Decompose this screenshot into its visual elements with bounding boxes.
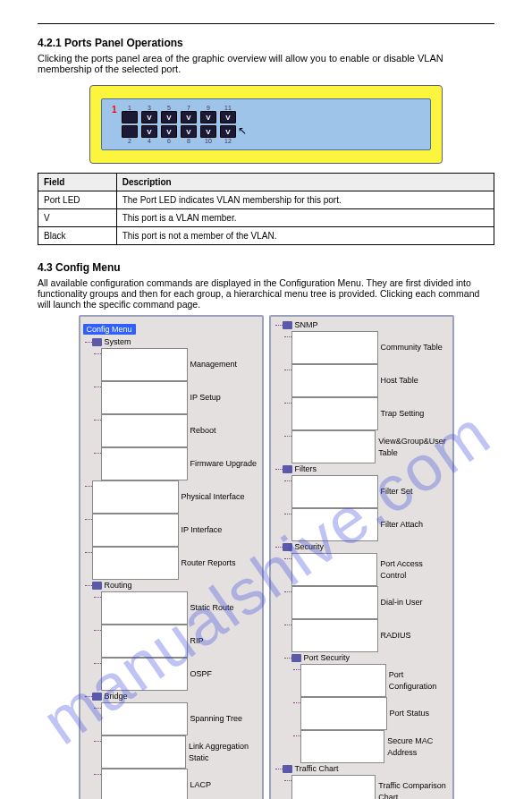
tree-item[interactable]: Traffic Chart <box>283 763 450 775</box>
folder-icon <box>283 465 292 473</box>
config-tree-columns: Config Menu SystemManagementIP SetupRebo… <box>79 315 454 799</box>
tree-item[interactable]: Filter Set <box>291 475 450 508</box>
port[interactable]: V <box>220 125 236 138</box>
tree-item-label: OSPF <box>190 668 213 680</box>
port-led-table: Field Description Port LEDThe Port LED i… <box>38 173 494 245</box>
tree-item[interactable]: Reboot <box>101 414 259 447</box>
tree-item[interactable]: Router Reports <box>92 547 259 580</box>
page-icon <box>300 664 386 697</box>
page-icon <box>101 447 188 480</box>
page-icon <box>291 475 378 508</box>
tree-item-label: Link Aggregation Static <box>189 741 259 764</box>
tree-item[interactable]: Port Configuration <box>300 664 450 697</box>
tree-item[interactable]: Bridge <box>92 691 259 702</box>
page-icon <box>101 658 188 691</box>
tree-item[interactable]: SNMP <box>283 319 450 331</box>
port[interactable] <box>122 111 138 123</box>
tree-item-label: Reboot <box>190 425 216 437</box>
port[interactable]: V <box>181 111 197 123</box>
tree-panel-left: Config Menu SystemManagementIP SetupRebo… <box>79 315 264 799</box>
tree-item-label: Port Configuration <box>389 669 450 693</box>
tree-title: Config Menu <box>83 324 136 335</box>
tree-item[interactable]: System <box>92 336 259 348</box>
page-icon <box>291 397 378 430</box>
tree-item[interactable]: Community Table <box>291 331 450 364</box>
tree-item-label: Community Table <box>381 342 443 353</box>
port[interactable]: V <box>200 125 216 138</box>
port[interactable]: V <box>200 111 216 123</box>
tree-item[interactable]: Security <box>283 541 450 553</box>
tree-item[interactable]: Secure MAC Address <box>300 730 450 763</box>
tree-item[interactable]: Management <box>101 348 259 381</box>
page-icon <box>291 553 378 586</box>
port[interactable]: V <box>220 111 236 123</box>
tree-panel-right: SNMPCommunity TableHost TableTrap Settin… <box>269 315 454 799</box>
port[interactable] <box>122 125 138 138</box>
tree-item-label: Security <box>295 541 325 553</box>
tree-item[interactable]: RIP <box>101 625 259 658</box>
tree-item[interactable]: IP Setup <box>101 381 259 414</box>
tree-item-label: Physical Interface <box>182 491 245 503</box>
tree-item[interactable]: Filters <box>283 463 450 475</box>
page-icon <box>291 508 378 541</box>
tree-item[interactable]: Physical Interface <box>92 480 259 514</box>
config-menu-heading: 4.3 Config Menu <box>38 261 494 274</box>
folder-icon <box>92 338 102 346</box>
tree-item[interactable]: Port Security <box>291 652 450 664</box>
device-figure-wrap: 1 1357911VVVVVVVVVV24681012 ↖ <box>89 85 443 164</box>
page-icon <box>92 480 179 514</box>
tree-item-label: Port Access Control <box>380 558 449 582</box>
tree-item-label: LACP <box>190 779 212 791</box>
tree-item-label: SNMP <box>295 319 318 331</box>
tree-item[interactable]: Port Status <box>300 697 450 730</box>
tree-item[interactable]: Filter Attach <box>291 508 450 541</box>
table-header-desc: Description <box>116 174 494 191</box>
port[interactable]: V <box>181 125 197 138</box>
port[interactable]: V <box>141 125 157 138</box>
tree-item-label: IP Setup <box>190 392 221 404</box>
page-icon <box>101 702 188 735</box>
table-row: Port LEDThe Port LED indicates VLAN memb… <box>38 191 494 209</box>
tree-item-label: System <box>105 336 131 348</box>
folder-icon <box>283 765 292 773</box>
tree-item-label: Firmware Upgrade <box>190 458 258 470</box>
tree-item[interactable]: View&Group&User Table <box>291 430 450 463</box>
tree-item[interactable]: Dial-in User <box>291 586 450 619</box>
tree-item-label: Filter Attach <box>381 519 424 531</box>
tree-item-label: RIP <box>190 635 204 647</box>
document-page: manualshive.com 4.2.1 Ports Panel Operat… <box>0 0 532 799</box>
page-icon <box>291 364 378 397</box>
port[interactable]: V <box>161 125 177 138</box>
tree-item[interactable]: Host Table <box>291 364 450 397</box>
tree-item[interactable]: Static Route <box>101 591 259 625</box>
port[interactable]: V <box>141 111 157 123</box>
tree-item[interactable]: Traffic Comparison Chart <box>291 775 450 799</box>
tree-item[interactable]: IP Interface <box>92 514 259 547</box>
tree-item-label: Dial-in User <box>381 597 423 608</box>
folder-icon <box>291 654 301 662</box>
tree-item[interactable]: Spanning Tree <box>101 702 259 735</box>
tree-item-label: Spanning Tree <box>190 713 243 725</box>
tree-item-label: RADIUS <box>381 630 411 642</box>
page-icon <box>101 414 188 447</box>
port[interactable]: V <box>161 111 177 123</box>
tree-item[interactable]: Port Access Control <box>291 553 450 586</box>
page-icon <box>300 697 387 730</box>
tree-item[interactable]: Link Aggregation Static <box>101 735 259 769</box>
device-panel: 1 1357911VVVVVVVVVV24681012 ↖ <box>101 98 431 150</box>
tree-item[interactable]: OSPF <box>101 658 259 691</box>
table-row: VThis port is a VLAN member. <box>38 209 494 227</box>
table-row: BlackThis port is not a member of the VL… <box>38 227 494 245</box>
section-heading-1: 4.2.1 Ports Panel Operations <box>38 37 494 49</box>
tree-item[interactable]: LACP <box>101 769 259 799</box>
tree-item[interactable]: Firmware Upgrade <box>101 447 259 480</box>
page-icon <box>101 625 188 658</box>
folder-icon <box>92 693 102 701</box>
page-icon <box>291 331 378 364</box>
tree-item[interactable]: Routing <box>92 580 259 591</box>
tree-item-label: Routing <box>105 580 132 591</box>
tree-item[interactable]: Trap Setting <box>291 397 450 430</box>
tree-item-label: Filter Set <box>381 486 413 497</box>
tree-item[interactable]: RADIUS <box>291 619 450 652</box>
page-icon <box>92 547 179 580</box>
